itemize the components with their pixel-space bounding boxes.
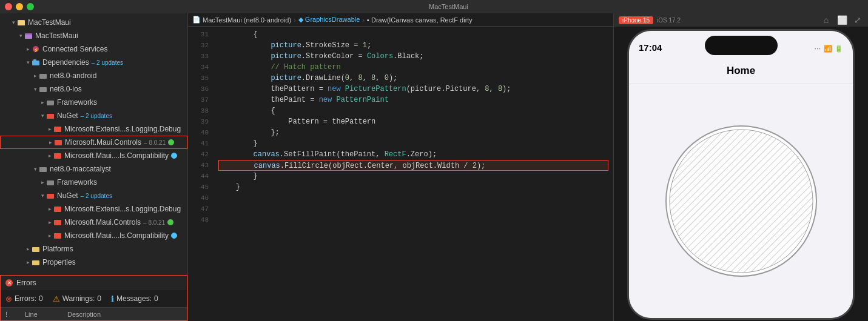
sidebar-item-maui-compat-mac[interactable]: ▸ Microsoft.Maui....ls.Compatibility: [0, 229, 187, 242]
svg-rect-11: [47, 114, 54, 119]
code-line-44: }: [218, 171, 608, 182]
errors-label: Errors:: [15, 294, 36, 303]
sidebar-item-logging-debug-ios[interactable]: ▸ Microsoft.Extensi...s.Logging.Debug: [0, 122, 187, 136]
errors-count-item: ⊗ Errors: 0: [5, 294, 43, 303]
sidebar-item-maui-compat-ios[interactable]: ▸ Microsoft.Maui....ls.Compatibility: [0, 149, 187, 162]
code-editor: 📄 MacTestMaui (net8.0-android) › ◆ Graph…: [188, 13, 613, 321]
sidebar-item-connected-services[interactable]: ▸ ⚡ Connected Services: [0, 42, 187, 56]
home-icon[interactable]: ⌂: [821, 15, 832, 25]
sidebar-item-properties[interactable]: ▸ Properties: [0, 256, 187, 269]
package-icon: [53, 231, 62, 240]
nuget-mac-badge: – 2 updates: [81, 193, 112, 199]
sidebar-item-net80-maccatalyst[interactable]: ▾ net8.0-maccatalyst: [0, 162, 187, 176]
chevron-icon: ▸: [46, 219, 53, 226]
sidebar-item-logging-debug-mac[interactable]: ▸ Microsoft.Extensi...s.Logging.Debug: [0, 202, 187, 216]
error-panel-body: ⊗ Errors: 0 ⚠ Warnings: 0 ℹ Messages: 0: [1, 290, 187, 307]
breadcrumb-sep-1: ›: [294, 16, 296, 24]
phone-status-bar: 17:04 ··· 📶 🔋: [629, 31, 853, 58]
green-indicator-icon: [168, 139, 174, 145]
code-content[interactable]: { picture.StrokeSize = 1; picture.Stroke…: [214, 27, 613, 321]
package-icon: [53, 151, 62, 160]
sidebar-item-maui-controls-mac[interactable]: ▸ Microsoft.Maui.Controls – 8.0.21: [0, 216, 187, 229]
error-circle-icon: ⊗: [5, 294, 12, 303]
chevron-icon: ▸: [46, 125, 53, 133]
code-line-46: [218, 193, 608, 204]
chevron-icon: ▸: [24, 45, 32, 53]
warnings-count: 0: [97, 294, 101, 303]
maui-controls-mac-version: – 8.0.21: [143, 219, 165, 226]
maui-compat-ios-label: Microsoft.Maui....ls.Compatibility: [64, 151, 169, 160]
chevron-icon: ▸: [39, 99, 46, 106]
svg-rect-7: [33, 59, 36, 61]
nuget-mac-icon: [46, 191, 55, 200]
sidebar-item-project[interactable]: ▾ MacTestMaui: [0, 29, 187, 42]
sidebar-item-nuget-mac[interactable]: ▾ NuGet – 2 updates: [0, 189, 187, 202]
maximize-button[interactable]: [27, 3, 34, 10]
wifi-icon: 📶: [824, 45, 832, 53]
code-line-42: canvas.SetFillPaint(thePaint, RectF.Zero…: [218, 149, 608, 160]
maui-compat-mac-label: Microsoft.Maui....ls.Compatibility: [64, 231, 169, 240]
svg-rect-13: [55, 140, 62, 145]
phone-content: [629, 84, 853, 318]
logging-debug-ios-label: Microsoft.Extensi...s.Logging.Debug: [64, 125, 181, 133]
chevron-icon: ▸: [39, 179, 46, 186]
error-panel-header[interactable]: ✕ Errors: [1, 276, 187, 290]
minimize-button[interactable]: [16, 3, 23, 10]
code-line-43-highlighted: canvas.FillCircle(objRect.Center, objRec…: [218, 160, 608, 171]
svg-rect-22: [32, 260, 39, 265]
chevron-icon: ▾: [39, 192, 46, 199]
sidebar-item-net80-android[interactable]: ▸ net8.0-android: [0, 69, 187, 82]
chevron-icon: ▾: [32, 165, 39, 173]
messages-count: 0: [154, 294, 158, 303]
hatched-circle: [665, 125, 817, 277]
title-bar: MacTestMaui: [0, 0, 868, 13]
simulator-panel: iPhone 15 iOS 17.2 ⌂ ⬜ ⤢ 17:04 ··· 📶: [613, 13, 868, 321]
green-indicator-icon: [167, 219, 173, 225]
frameworks-mac-label: Frameworks: [57, 178, 97, 187]
battery-icon: 🔋: [835, 45, 843, 53]
code-line-45: }: [218, 182, 608, 193]
phone-nav-bar: Home: [629, 58, 853, 84]
sidebar-item-nuget-ios[interactable]: ▾ NuGet – 2 updates: [0, 109, 187, 122]
code-line-37: thePaint = new PatternPaint: [218, 94, 608, 105]
package-icon: [53, 125, 62, 133]
sim-ios-version: iOS 17.2: [657, 17, 681, 24]
frameworks-ios-icon: [46, 98, 55, 107]
code-area[interactable]: 31 32 33 34 35 36 37 38 39 40 41 42 43 4…: [188, 27, 613, 321]
dependencies-label: Dependencies: [42, 58, 89, 67]
breadcrumb-drawable: ◆ GraphicsDrawable: [298, 16, 360, 24]
code-line-32: picture.StrokeSize = 1;: [218, 40, 608, 51]
sidebar-item-dependencies[interactable]: ▾ Dependencies – 2 updates: [0, 56, 187, 69]
sidebar-item-platforms[interactable]: ▸ Platforms: [0, 242, 187, 256]
breadcrumb-bar: 📄 MacTestMaui (net8.0-android) › ◆ Graph…: [188, 13, 613, 27]
svg-rect-18: [54, 207, 61, 212]
window-controls: [5, 3, 34, 10]
package-icon: [54, 138, 62, 147]
sidebar-item-maui-controls-ios[interactable]: ▸ Microsoft.Maui.Controls – 8.0.21: [0, 136, 187, 149]
chevron-icon: ▸: [24, 259, 32, 266]
info-circle-icon: ℹ: [111, 294, 114, 303]
line-numbers: 31 32 33 34 35 36 37 38 39 40 41 42 43 4…: [188, 27, 214, 321]
dependencies-icon: [32, 58, 40, 67]
net-ios-label: net8.0-ios: [50, 85, 82, 93]
phone-screen: 17:04 ··· 📶 🔋 Home: [629, 31, 853, 318]
sidebar-item-net80-ios[interactable]: ▾ net8.0-ios: [0, 82, 187, 96]
simulator-toolbar: iPhone 15 iOS 17.2 ⌂ ⬜ ⤢: [614, 13, 868, 27]
sidebar-item-frameworks-ios[interactable]: ▸ Frameworks: [0, 96, 187, 109]
col-header-description: Description: [67, 311, 182, 318]
messages-label: Messages:: [116, 294, 152, 303]
connected-services-label: Connected Services: [42, 45, 107, 53]
sidebar-item-frameworks-mac[interactable]: ▸ Frameworks: [0, 176, 187, 189]
phone-nav-title: Home: [727, 65, 755, 77]
sim-device-name: iPhone 15: [622, 17, 650, 24]
rotate-icon[interactable]: ⤢: [852, 15, 863, 25]
svg-rect-1: [18, 21, 25, 25]
solution-label: MacTestMaui: [28, 18, 71, 27]
sim-device-badge: iPhone 15: [619, 16, 653, 24]
file-icon: 📄: [193, 16, 200, 24]
close-button[interactable]: [5, 3, 12, 10]
breadcrumb-method: ▪ Draw(ICanvas canvas, RectF dirty: [367, 16, 473, 24]
sidebar-item-solution[interactable]: ▾ MacTestMaui: [0, 16, 187, 29]
screenshot-icon[interactable]: ⬜: [836, 15, 847, 25]
logging-debug-mac-label: Microsoft.Extensi...s.Logging.Debug: [64, 205, 181, 213]
